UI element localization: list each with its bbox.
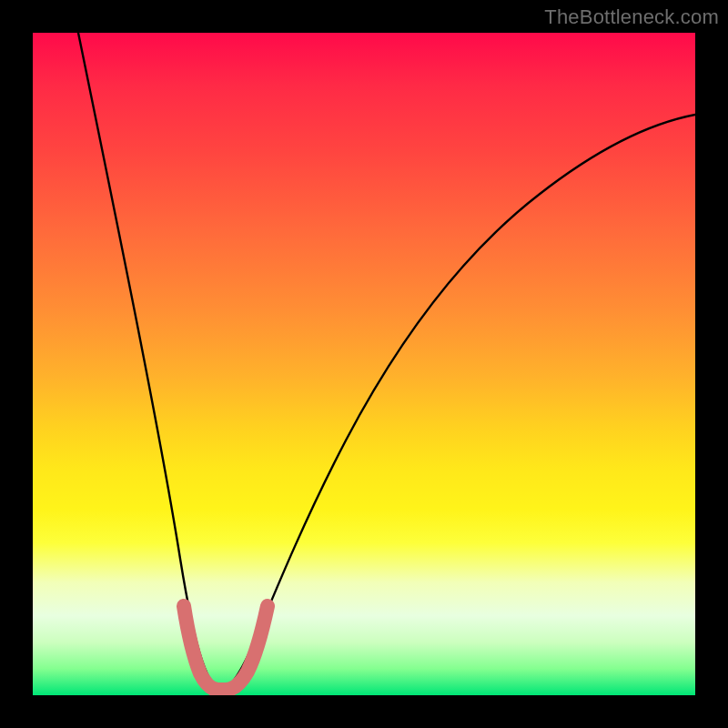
plot-area — [33, 33, 695, 695]
bottleneck-curve — [78, 33, 695, 688]
watermark-text: TheBottleneck.com — [544, 5, 719, 29]
chart-frame: TheBottleneck.com — [0, 0, 728, 728]
curve-layer — [33, 33, 695, 695]
optimal-band — [184, 606, 268, 690]
